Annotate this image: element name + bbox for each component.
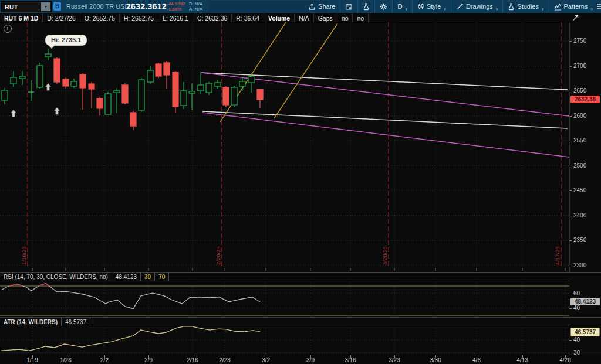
- time-label: 1/26: [60, 357, 71, 363]
- time-label: 2/9: [144, 357, 153, 363]
- atr-study-label[interactable]: ATR (14, WILDERS): [0, 318, 62, 326]
- candle-body: [173, 72, 178, 107]
- gaps-value-1: no: [337, 13, 353, 22]
- share-button[interactable]: Share: [303, 0, 340, 13]
- trendline-pencil-icon: [456, 3, 464, 11]
- timeframe-button[interactable]: D ▾: [392, 0, 411, 13]
- axis-label: 2550: [573, 137, 586, 144]
- time-label: 4/13: [516, 357, 528, 363]
- bid-ask: B: N/AA: N/A: [189, 1, 202, 12]
- atr-value: 46.5737: [62, 318, 90, 326]
- date-readout: D: 2/27/26: [43, 13, 80, 22]
- rsi-study-label[interactable]: RSI (14, 70, 30, CLOSE, WILDERS, no): [0, 273, 112, 281]
- candle-body: [223, 87, 229, 105]
- chart-symbol-timeframe: RUT 6 M 1D: [0, 13, 43, 22]
- flask-icon: [363, 3, 370, 11]
- time-label: 3/30: [430, 357, 441, 363]
- symbol-input[interactable]: RUT ▼: [1, 1, 52, 12]
- expiration-label: 1/16/26: [21, 246, 27, 265]
- high-readout: H: 2652.75: [120, 13, 158, 22]
- candle-body: [206, 83, 212, 93]
- atr-pane[interactable]: [0, 326, 569, 354]
- candle-body: [181, 91, 187, 106]
- range-readout: R: 36.64: [232, 13, 264, 22]
- axis-label: 40: [573, 336, 580, 343]
- drawings-button[interactable]: Drawings ▾: [451, 0, 502, 13]
- rsi-line-overbought: [46, 284, 49, 286]
- axis-tick: [569, 340, 572, 341]
- trendline-magenta[interactable]: [202, 113, 569, 157]
- axis-label: 2700: [573, 63, 586, 69]
- time-label: 4/20: [559, 357, 570, 363]
- candle-body: [147, 70, 153, 82]
- menu-icon[interactable]: [597, 3, 601, 11]
- candle-body: [257, 90, 263, 100]
- rsi-overbought-level: 70: [155, 273, 169, 281]
- chevron-down-icon: ▾: [542, 7, 544, 13]
- trendline-yellow[interactable]: [274, 23, 337, 118]
- close-readout: C: 2632.36: [193, 13, 232, 22]
- candle-body: [63, 79, 69, 86]
- time-label: 3/16: [345, 357, 356, 363]
- symbol-value[interactable]: RUT: [2, 4, 41, 11]
- price-axis[interactable]: 2632.36 27502700265026002550250024502400…: [569, 22, 601, 271]
- link-badge[interactable]: B: [53, 2, 61, 11]
- candle-body: [37, 66, 43, 87]
- time-label: 2/2: [100, 357, 109, 363]
- studies-button[interactable]: Studies ▾: [502, 0, 548, 13]
- trendline-magenta[interactable]: [201, 73, 569, 116]
- axis-label: 40: [573, 305, 580, 311]
- candle-body: [156, 64, 161, 76]
- volume-label: Volume: [264, 13, 295, 22]
- zigzag-pattern-icon: [554, 3, 562, 11]
- main-chart[interactable]: 1/16/262/20/263/20/264/17/26: [0, 22, 569, 271]
- share-icon: [308, 3, 316, 11]
- axis-label: 60: [573, 290, 580, 297]
- candle-body: [11, 77, 16, 84]
- rsi-axis[interactable]: 48.4123 6040: [569, 281, 601, 317]
- candle-body: [130, 113, 136, 126]
- candle-body: [80, 74, 86, 88]
- patterns-button[interactable]: Patterns ▾: [549, 0, 597, 13]
- rsi-header: RSI (14, 70, 30, CLOSE, WILDERS, no) 48.…: [0, 272, 601, 281]
- atr-axis[interactable]: 46.5737 4030: [569, 326, 601, 354]
- time-label: 2/16: [187, 357, 198, 363]
- candle-body: [198, 85, 204, 91]
- analyze-button[interactable]: [357, 0, 374, 13]
- open-readout: O: 2652.75: [80, 13, 120, 22]
- candle-body: [215, 83, 221, 86]
- time-label: 3/2: [262, 357, 270, 363]
- chevron-down-icon: ▾: [444, 7, 446, 13]
- atr-header: ATR (14, WILDERS) 46.5737: [0, 317, 601, 326]
- time-label: 1/19: [26, 357, 38, 363]
- warning-icon[interactable]: !: [4, 25, 12, 33]
- symbol-dropdown-icon[interactable]: ▼: [41, 2, 50, 11]
- toolbar-buttons: Share D ▾ Style ▾ Drawings: [303, 0, 597, 13]
- last-price: 2632.3612: [126, 0, 167, 13]
- calendar-button[interactable]: [340, 0, 357, 13]
- symbol-description: Russell 2000 TR USD: [66, 0, 129, 13]
- candle-body: [97, 98, 103, 108]
- candle-body: [105, 94, 111, 114]
- atr-value-badge: 46.5737: [570, 328, 600, 336]
- candle-body: [89, 84, 94, 89]
- candlestick-style-icon: [417, 3, 424, 11]
- settings-button[interactable]: [374, 0, 392, 13]
- rsi-pane[interactable]: [0, 281, 569, 317]
- high-price-label: Hi: 2735.1: [45, 35, 87, 46]
- trendline-yellow[interactable]: [220, 22, 286, 122]
- candle-body: [189, 91, 195, 93]
- time-label: 3/9: [306, 357, 315, 363]
- gaps-label: Gaps: [314, 13, 337, 22]
- time-axis[interactable]: 1/191/262/22/92/162/233/23/93/163/233/30…: [0, 355, 601, 364]
- trendline-white[interactable]: [202, 111, 568, 128]
- candle-body: [54, 59, 60, 82]
- calendar-clock-icon: [345, 3, 353, 11]
- rsi-line: [2, 284, 260, 309]
- trendline-white[interactable]: [201, 73, 568, 90]
- gaps-value-2: no: [353, 13, 369, 22]
- axis-label: 2600: [573, 113, 586, 119]
- rsi-value: 48.4123: [112, 273, 141, 281]
- style-button[interactable]: Style ▾: [412, 0, 451, 13]
- low-readout: L: 2616.1: [158, 13, 193, 22]
